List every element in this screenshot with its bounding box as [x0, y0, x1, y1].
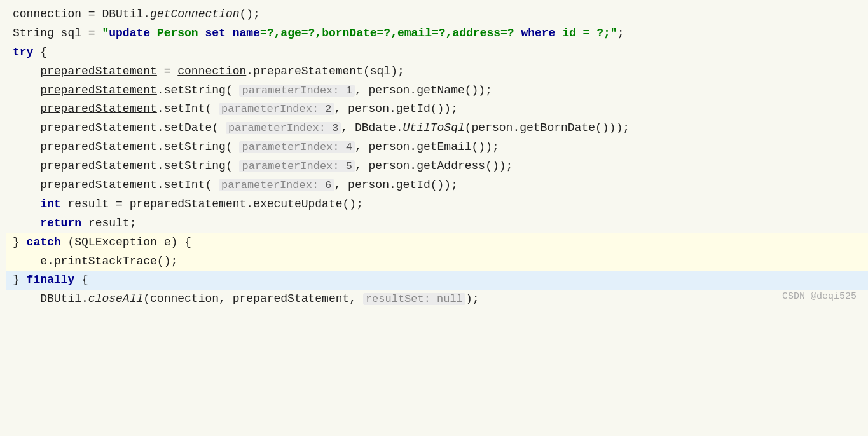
code-line-14: e.printStackTrace(); — [6, 252, 868, 271]
code-line-12: return result; — [6, 214, 868, 233]
code-line-7: preparedStatement.setDate( parameterInde… — [6, 119, 868, 138]
line-text: e.printStackTrace(); — [13, 253, 177, 271]
code-block: connection = DBUtil.getConnection(); Str… — [0, 5, 868, 309]
code-line-2: String sql = "update Person set name=?,a… — [6, 24, 868, 43]
code-line-11: int result = preparedStatement.executeUp… — [6, 195, 868, 214]
line-text: connection = DBUtil.getConnection(); — [13, 6, 260, 24]
code-line-3: try { — [6, 43, 868, 62]
code-line-8: preparedStatement.setString( parameterIn… — [6, 138, 868, 157]
line-text: preparedStatement.setDate( parameterInde… — [13, 119, 630, 137]
code-line-9: preparedStatement.setString( parameterIn… — [6, 157, 868, 176]
line-text: preparedStatement = connection.prepareSt… — [13, 63, 404, 81]
code-line-6: preparedStatement.setInt( parameterIndex… — [6, 100, 868, 119]
code-line-4: preparedStatement = connection.prepareSt… — [6, 62, 868, 81]
code-line-15: } finally { — [6, 271, 868, 290]
line-text: preparedStatement.setInt( parameterIndex… — [13, 177, 458, 194]
code-line-16: DBUtil.closeAll(connection, preparedStat… — [6, 290, 868, 309]
code-line-10: preparedStatement.setInt( parameterIndex… — [6, 176, 868, 195]
line-text: preparedStatement.setString( parameterIn… — [13, 158, 513, 175]
code-line-1: connection = DBUtil.getConnection(); — [6, 5, 868, 24]
line-text: try { — [13, 44, 47, 62]
watermark: CSDN @deqi525 — [782, 289, 857, 304]
line-text: DBUtil.closeAll(connection, preparedStat… — [13, 290, 479, 308]
line-text: } finally { — [13, 271, 88, 289]
line-text: preparedStatement.setString( parameterIn… — [13, 82, 492, 100]
line-text: String sql = "update Person set name=?,a… — [13, 25, 624, 43]
line-text: preparedStatement.setInt( parameterIndex… — [13, 100, 458, 118]
line-text: preparedStatement.setString( parameterIn… — [13, 139, 499, 156]
code-line-5: preparedStatement.setString( parameterIn… — [6, 81, 868, 100]
line-text: return result; — [13, 215, 136, 233]
line-text: } catch (SQLException e) { — [13, 234, 191, 252]
code-line-13: } catch (SQLException e) { — [6, 233, 868, 252]
line-text: int result = preparedStatement.executeUp… — [13, 196, 363, 214]
